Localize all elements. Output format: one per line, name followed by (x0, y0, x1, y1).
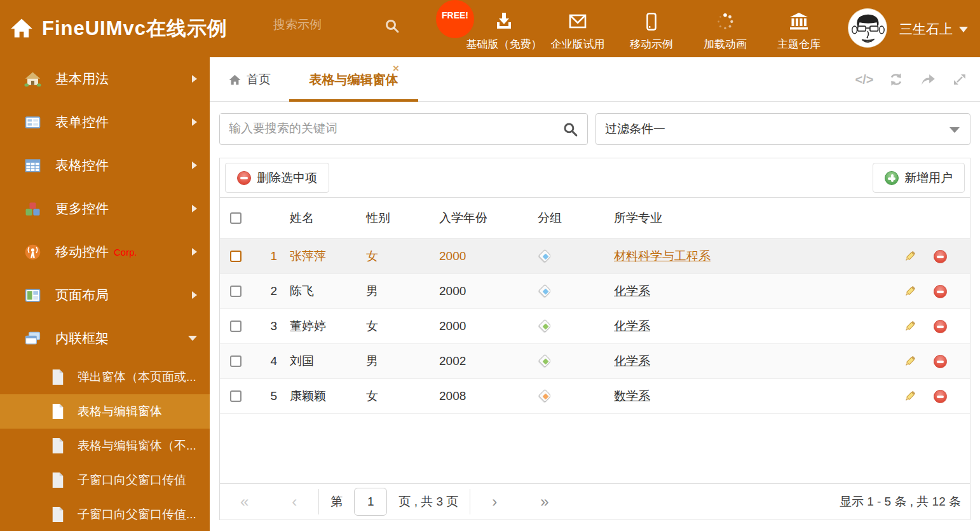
edit-pencil-icon[interactable] (902, 354, 917, 369)
sidebar-subitem-grid-edit-window-2[interactable]: 表格与编辑窗体（不... (0, 429, 210, 463)
fullscreen-icon[interactable] (951, 71, 969, 88)
cell-gender: 男 (366, 353, 439, 369)
delete-row-icon[interactable] (934, 285, 947, 298)
major-link[interactable]: 化学系 (614, 318, 650, 334)
refresh-icon[interactable] (887, 71, 905, 88)
nav-item-mobile-demo[interactable]: 移动示例 (615, 9, 688, 52)
file-icon (51, 369, 65, 385)
home-icon (24, 71, 41, 88)
divider (318, 489, 319, 514)
table-row[interactable]: 2 陈飞 男 2000 化学系 (220, 274, 970, 309)
cell-name: 董婷婷 (290, 318, 366, 334)
row-checkbox[interactable] (230, 286, 242, 297)
mobile-icon (642, 9, 661, 34)
row-checkbox[interactable] (230, 355, 242, 367)
edit-pencil-icon[interactable] (902, 284, 917, 299)
sidebar-subitem-child-to-parent-2[interactable]: 子窗口向父窗口传值... (0, 497, 210, 531)
sidebar-item-more-controls[interactable]: 更多控件 (0, 187, 210, 230)
tag-icon (538, 249, 553, 264)
file-icon (51, 438, 65, 454)
tab-bar: 首页 表格与编辑窗体 × </> (210, 57, 980, 102)
last-page-icon[interactable]: » (540, 494, 548, 509)
sidebar-item-grid-controls[interactable]: 表格控件 (0, 144, 210, 187)
main-content: 首页 表格与编辑窗体 × </> 过滤条件一 (210, 57, 980, 531)
table-row[interactable]: 3 董婷婷 女 2000 化学系 (220, 309, 970, 344)
select-all-checkbox[interactable] (230, 212, 242, 224)
sidebar-item-iframe[interactable]: 内联框架 (0, 317, 210, 360)
add-user-button[interactable]: 新增用户 (873, 163, 965, 193)
table-row[interactable]: 4 刘国 男 2002 化学系 (220, 344, 970, 379)
chevron-right-icon (192, 291, 197, 299)
sidebar-subitem-popup-window[interactable]: 弹出窗体（本页面或... (0, 360, 210, 394)
major-link[interactable]: 化学系 (614, 353, 650, 369)
chevron-down-icon (949, 127, 960, 133)
user-menu[interactable]: 三生石上 (899, 20, 968, 38)
layout-icon (24, 287, 41, 304)
row-checkbox[interactable] (230, 251, 242, 262)
delete-selected-button[interactable]: 删除选中项 (225, 163, 329, 193)
filter-dropdown[interactable]: 过滤条件一 (595, 113, 970, 145)
nav-item-basic-free[interactable]: 基础版（免费） (467, 9, 541, 52)
cell-name: 张萍萍 (290, 248, 366, 265)
delete-row-icon[interactable] (934, 320, 947, 333)
delete-row-icon[interactable] (934, 390, 947, 403)
row-number: 4 (258, 354, 277, 368)
row-checkbox[interactable] (230, 390, 242, 402)
search-icon[interactable] (562, 121, 578, 137)
table-row[interactable]: 1 张萍萍 女 2000 材料科学与工程系 (220, 239, 970, 274)
plus-circle-icon (885, 171, 899, 185)
divider (470, 489, 470, 514)
search-icon[interactable] (385, 18, 400, 34)
sidebar-item-basic-usage[interactable]: 基本用法 (0, 57, 210, 100)
sidebar-subitem-child-to-parent[interactable]: 子窗口向父窗口传值 (0, 463, 210, 497)
prev-page-icon[interactable]: ‹ (292, 494, 297, 509)
grid-toolbar: 删除选中项 新增用户 (220, 158, 970, 198)
sidebar-item-mobile-controls[interactable]: 移动控件 Corp. (0, 230, 210, 273)
home-icon[interactable] (10, 17, 33, 39)
avatar[interactable] (848, 8, 887, 48)
row-number: 5 (258, 389, 277, 403)
download-icon (494, 9, 514, 34)
page-prefix-label: 第 (330, 493, 343, 510)
antenna-icon (24, 244, 41, 261)
major-link[interactable]: 数学系 (614, 388, 650, 404)
row-number: 2 (258, 284, 277, 298)
header-nav: 基础版（免费） 企业版试用 移动示例 加载动画 主题仓库 (467, 9, 836, 53)
tab-home-label: 首页 (247, 71, 271, 88)
chevron-down-icon (959, 27, 968, 32)
sidebar-subitem-grid-edit-window[interactable]: 表格与编辑窗体 (0, 394, 210, 429)
edit-pencil-icon[interactable] (902, 319, 917, 334)
nav-item-loading-animation[interactable]: 加载动画 (688, 9, 762, 52)
delete-row-icon[interactable] (934, 250, 947, 263)
table-row[interactable]: 5 康颖颖 女 2008 数学系 (220, 379, 970, 414)
keyword-search-box (219, 113, 588, 145)
edit-pencil-icon[interactable] (902, 389, 917, 404)
major-link[interactable]: 材料科学与工程系 (614, 248, 711, 265)
first-page-icon[interactable]: « (240, 494, 248, 509)
nav-item-theme-repo[interactable]: 主题仓库 (762, 9, 836, 52)
share-icon[interactable] (919, 71, 937, 88)
sidebar-item-page-layout[interactable]: 页面布局 (0, 273, 210, 317)
keyword-search-input[interactable] (220, 114, 538, 143)
edit-pencil-icon[interactable] (902, 249, 917, 264)
cell-name: 康颖颖 (290, 388, 366, 404)
file-icon (51, 403, 65, 420)
delete-row-icon[interactable] (934, 355, 947, 368)
table-body: 1 张萍萍 女 2000 材料科学与工程系 2 陈飞 男 2000 (220, 239, 970, 414)
nav-item-enterprise-trial[interactable]: 企业版试用 (541, 9, 615, 52)
row-number: 3 (258, 319, 277, 333)
record-count-summary: 显示 1 - 5 条 , 共 12 条 (840, 493, 961, 510)
sidebar-item-form-controls[interactable]: 表单控件 (0, 100, 210, 144)
tab-home[interactable]: 首页 (229, 57, 271, 102)
major-link[interactable]: 化学系 (614, 283, 650, 300)
source-code-icon[interactable]: </> (855, 71, 873, 88)
row-checkbox[interactable] (230, 321, 242, 332)
cell-year: 2000 (439, 284, 538, 298)
tab-grid-edit-window[interactable]: 表格与编辑窗体 × (289, 57, 418, 102)
page-number-input[interactable] (354, 488, 387, 516)
close-icon[interactable]: × (393, 62, 399, 75)
cell-gender: 男 (366, 283, 439, 300)
next-page-icon[interactable]: › (492, 494, 497, 509)
header-search-input[interactable] (273, 18, 375, 32)
cell-year: 2000 (439, 319, 538, 333)
